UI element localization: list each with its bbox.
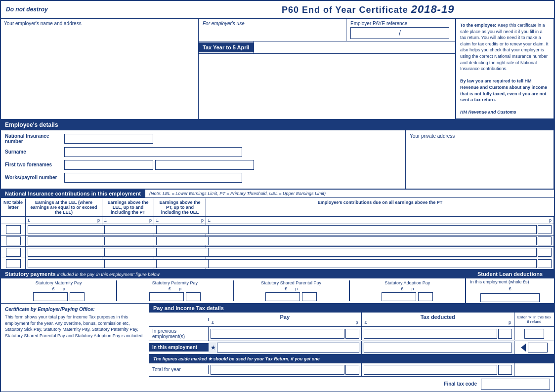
stat-adoption-currency: £ p [353, 286, 462, 291]
stat-shared-input[interactable] [265, 292, 300, 301]
nic-row1-lel-input[interactable] [28, 225, 112, 234]
stat-maternity-col: Statutory Maternity Pay £ p [1, 280, 117, 301]
surname-field-row: Surname [5, 147, 401, 157]
stat-maternity-p-input[interactable] [70, 292, 85, 301]
nic-row2-lel-input[interactable] [28, 236, 112, 245]
pay-this-pay-input[interactable] [217, 343, 359, 353]
nic-row2-contrib-input[interactable] [208, 236, 537, 245]
pay-col-pay-hdr: Pay £ p [209, 313, 362, 326]
nic-col-pt-hdr: Earnings above the LEL, up to and includ… [102, 198, 154, 216]
nic-cols-header: NIC table letter Earnings at the LEL (wh… [1, 198, 554, 217]
stat-paternity-currency: £ p [120, 286, 229, 291]
forename2-input[interactable] [155, 160, 254, 170]
form-title: P60 End of Year Certificate 2018-19 [187, 3, 549, 16]
pay-previous-tax-input[interactable] [364, 329, 498, 339]
nic-row3-contrib-cell [206, 247, 554, 258]
nic-row4-contrib-cell [206, 258, 554, 269]
nic-row1-letter-input[interactable] [6, 225, 21, 234]
employer-use-top: For employer's use Employer PAYE referen… [199, 19, 455, 41]
nic-row-3 [1, 247, 554, 258]
pay-this-label: In this employment [149, 343, 209, 352]
tax-year-row: Tax Year to 5 April [199, 41, 455, 54]
nic-row3-contrib-p-input[interactable] [538, 248, 552, 257]
stat-paternity-p-input[interactable] [186, 292, 201, 301]
figures-aside-note: The figures aside marked ★ should be use… [149, 354, 554, 363]
pay-col-refund-hdr: Enter 'R' in this box if refund [514, 314, 554, 325]
do-not-destroy-label: Do not destroy [6, 6, 187, 13]
stat-shared-p-input[interactable] [302, 292, 317, 301]
pay-income-header-label: Pay and Income Tax details [153, 305, 224, 311]
cert-text: This form shows your total pay for Incom… [5, 314, 145, 339]
employee-note-text: To the employee: Keep this certificate i… [456, 19, 554, 119]
student-loan-input[interactable] [480, 293, 540, 302]
pay-total-tax-input[interactable] [364, 365, 498, 375]
student-loan-subtext: In this employment (whole £s) [466, 278, 554, 285]
star-marker-pay: ★ [211, 344, 216, 351]
tax-code-label: Final tax code [444, 381, 477, 387]
nic-row2-contrib-p-input[interactable] [538, 236, 552, 245]
student-loan-header: Student Loan deductions [466, 270, 554, 278]
pay-previous-pay-input[interactable] [211, 329, 344, 339]
for-employer-use-label: For employer's use [199, 19, 346, 41]
nic-row4-lel-input[interactable] [28, 259, 112, 268]
ni-field-row: National Insurance number [5, 133, 401, 144]
tax-code-input[interactable] [481, 379, 550, 390]
nic-row3-lel-input[interactable] [28, 248, 112, 257]
pay-this-tax-input[interactable] [364, 343, 512, 353]
statutory-row: Statutory payments included in the pay '… [1, 270, 554, 304]
nic-row-2 [1, 235, 554, 247]
stat-paternity-input[interactable] [149, 292, 184, 301]
pay-total-pay-input[interactable] [211, 365, 344, 375]
payroll-input[interactable] [64, 173, 242, 183]
nic-row3-letter-input[interactable] [6, 248, 21, 257]
ni-input[interactable] [64, 134, 153, 144]
nic-row1-contrib-input[interactable] [208, 225, 537, 234]
nic-curr-uel: £ p [154, 217, 206, 224]
stat-maternity-input[interactable] [33, 292, 68, 301]
stat-adoption-p-input[interactable] [418, 292, 433, 301]
nic-row-1 [1, 224, 554, 235]
stat-adoption-label: Statutory Adoption Pay [353, 280, 462, 285]
nic-currency-row: £ p £ p £ p £ p [1, 217, 554, 224]
nic-row3-contrib-input[interactable] [208, 248, 537, 257]
forenames-field-row: First two forenames [5, 160, 401, 170]
payroll-field-row: Works/payroll number [5, 173, 401, 183]
bottom-section: Certificate by Employer/Paying Office: T… [1, 304, 554, 392]
pay-total-tax-p-input[interactable] [498, 365, 512, 375]
stat-maternity-inputs [4, 292, 113, 301]
nic-row1-uel-cell [154, 224, 206, 235]
year-text: 2018-19 [411, 3, 455, 15]
pay-previous-tax-p-input[interactable] [498, 329, 512, 339]
title-text: P60 End of Year Certificate [282, 5, 408, 15]
pay-previous-pay-p-input[interactable] [345, 329, 359, 339]
pay-this-pay-cell: ★ [209, 341, 362, 354]
cert-title: Certificate by Employer/Paying Office: [5, 307, 145, 312]
pay-total-pay-cell [209, 363, 362, 376]
nic-row4-pt-cell [102, 258, 154, 269]
nic-header-main: National Insurance contributions in this… [1, 189, 145, 198]
nic-row4-contrib-p-input[interactable] [538, 259, 552, 268]
nic-row1-contrib-p-input[interactable] [538, 225, 552, 234]
nic-row2-pt-cell [102, 235, 154, 246]
tax-year-input[interactable] [254, 41, 455, 53]
pay-total-refund-cell [514, 368, 554, 371]
nic-row4-letter-cell [1, 258, 26, 269]
nic-row1-contrib-cell [206, 224, 554, 235]
stat-adoption-input[interactable] [382, 292, 416, 301]
ni-label: National Insurance number [5, 133, 64, 144]
pay-col-tax-hdr: Tax deducted £ p [362, 313, 515, 326]
nic-row4-contrib-input[interactable] [208, 259, 537, 268]
pay-total-pay-p-input[interactable] [345, 365, 359, 375]
statutory-header: Statutory payments included in the pay '… [1, 270, 465, 278]
pay-previous-refund-input[interactable] [524, 329, 544, 339]
p60-form: Do not destroy P60 End of Year Certifica… [0, 0, 555, 392]
employee-note-bold: By law you are required to tell HM Reven… [460, 78, 547, 102]
employer-address-box: Your employer's name and address [1, 19, 199, 119]
nic-row4-letter-input[interactable] [6, 259, 21, 268]
pay-this-refund-input[interactable] [528, 343, 548, 353]
stat-shared-label: Statutory Shared Parental Pay [237, 280, 346, 285]
surname-input[interactable] [64, 147, 242, 157]
forename1-input[interactable] [64, 160, 153, 170]
nic-row2-letter-input[interactable] [6, 236, 21, 245]
nic-row2-uel-cell [154, 235, 206, 246]
